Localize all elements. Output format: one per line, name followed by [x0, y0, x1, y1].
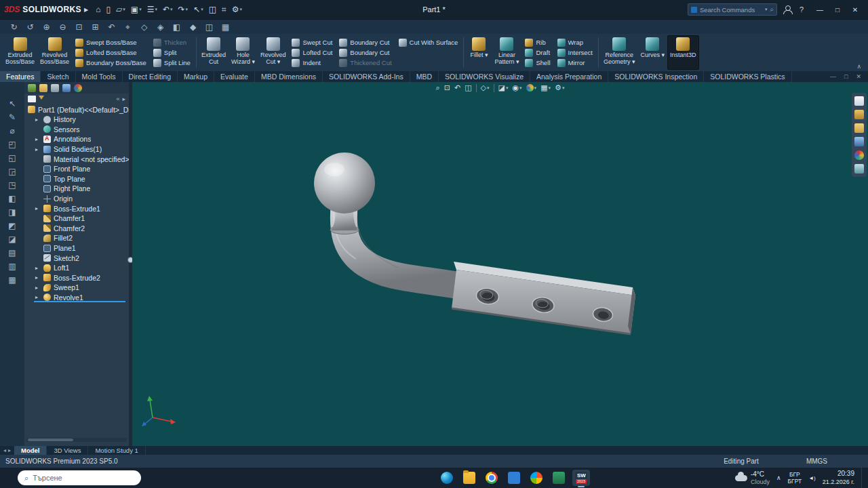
tree-filter-field[interactable]	[28, 96, 36, 102]
sketch-tool-icon[interactable]: ✎	[9, 113, 16, 121]
view-tab[interactable]: Model	[14, 446, 47, 455]
tree-item[interactable]: ▸ Sensors	[24, 125, 129, 135]
tree-item[interactable]: ▸ Sketch2	[24, 253, 129, 263]
mirror-button[interactable]: Mirror	[555, 58, 595, 68]
view-orientation-icon[interactable]: ◇▾	[481, 83, 490, 92]
command-tab[interactable]: MBD Dimensions	[255, 71, 323, 82]
edge-display-tool-icon[interactable]: ◩	[8, 222, 16, 230]
solidworks-app-icon[interactable]: SW2023	[572, 470, 590, 486]
curves-button[interactable]: Curves ▾	[638, 35, 668, 70]
zoom-in-icon[interactable]: ⊕	[39, 21, 54, 33]
section-view-icon[interactable]: ◫▾	[465, 83, 471, 92]
edit-appearance-icon[interactable]: ▾	[526, 84, 537, 92]
unit-system[interactable]: MMGS	[806, 458, 827, 465]
tree-item[interactable]: ▸ Loft1	[24, 263, 129, 273]
command-tab[interactable]: Direct Editing	[123, 71, 178, 82]
command-tab[interactable]: SOLIDWORKS Inspection	[608, 71, 704, 82]
scene-tool-icon[interactable]: ▦	[8, 276, 16, 284]
view-tab[interactable]: 3D Views	[47, 446, 88, 455]
custom-properties-icon[interactable]	[854, 164, 864, 174]
zoom-out-icon[interactable]: ⊖	[56, 21, 70, 33]
save-icon[interactable]: ▣▾	[129, 3, 144, 16]
hidden-icons-icon[interactable]: ∧	[776, 474, 781, 481]
photos-icon[interactable]	[528, 470, 545, 486]
command-tab[interactable]: Mold Tools	[76, 71, 123, 82]
tree-item[interactable]: ▸ Right Plane	[24, 184, 129, 194]
previous-view-icon[interactable]: ↶▾	[454, 83, 460, 92]
display-tool-icon[interactable]: ◧	[8, 195, 16, 203]
tree-item[interactable]: ▸ Chamfer2	[24, 224, 129, 234]
shading-tool-icon[interactable]: ◨	[8, 208, 16, 216]
swept-boss-button[interactable]: Swept Boss/Base	[73, 37, 149, 47]
intersect-button[interactable]: Intersect	[555, 47, 595, 58]
revolved-cut-button[interactable]: RevolvedCut ▾	[258, 35, 289, 70]
section-tool-icon[interactable]: ◳	[8, 181, 16, 189]
split-line-button[interactable]: Split Line	[151, 58, 193, 68]
linear-pattern-button[interactable]: LinearPattern ▾	[492, 35, 521, 70]
instant3d-button[interactable]: Instant3D	[667, 35, 699, 70]
wireframe-icon[interactable]: ◇	[137, 21, 151, 33]
previ­ous-view-icon[interactable]: ↶	[104, 21, 119, 33]
doc-close-icon[interactable]: ✕	[856, 73, 861, 80]
plane-tool-icon[interactable]: ◰	[8, 140, 16, 148]
expand-caret-icon[interactable]: ▸	[35, 146, 41, 152]
texture-tool-icon[interactable]: ▥	[8, 262, 16, 270]
command-search[interactable]: Search Commands ▾ ⌕	[688, 3, 777, 16]
file-properties-icon[interactable]: ⌗▾	[220, 3, 229, 16]
swept-cut-button[interactable]: Swept Cut	[290, 37, 334, 47]
help-icon[interactable]: ?	[797, 5, 806, 14]
rib-button[interactable]: Rib	[523, 37, 552, 47]
shaded-icon[interactable]: ◆	[186, 21, 200, 33]
search-scope-caret-icon[interactable]: ▾	[765, 7, 768, 12]
draft-button[interactable]: Draft	[523, 47, 552, 58]
fillet-button[interactable]: Fillet ▾	[466, 35, 492, 70]
hole-wizard-button[interactable]: HoleWizard ▾	[229, 35, 258, 70]
apply-scene-icon[interactable]: ▦	[218, 21, 233, 33]
store-icon[interactable]	[505, 470, 523, 486]
boundary-boss-button[interactable]: Boundary Boss/Base	[73, 58, 149, 68]
revolved-boss-button[interactable]: RevolvedBoss/Base	[37, 35, 72, 70]
dimxpertmanager-tab-icon[interactable]	[62, 84, 71, 92]
command-tab[interactable]: MBD	[410, 71, 439, 82]
shaded-with-edges-icon[interactable]: ◧	[170, 21, 184, 33]
roll-view-icon[interactable]: ↺	[23, 21, 37, 33]
wrap-button[interactable]: Wrap	[555, 37, 595, 47]
solid-tool-icon[interactable]: ◲	[8, 167, 16, 176]
extruded-cut-button[interactable]: ExtrudedCut	[199, 35, 229, 70]
doc-restore-icon[interactable]: □	[844, 73, 848, 80]
tree-item[interactable]: ▸ Material <not specified>	[24, 154, 129, 164]
rotate-view-icon[interactable]: ↻	[7, 21, 21, 33]
expand-caret-icon[interactable]: ▸	[35, 294, 41, 300]
print-icon[interactable]: ☰▾	[145, 3, 159, 16]
close-button[interactable]: ✕	[846, 3, 864, 16]
command-tab[interactable]: SOLIDWORKS Visualize	[439, 71, 530, 82]
extruded-boss-button[interactable]: ExtrudedBoss/Base	[3, 35, 37, 70]
edge-icon[interactable]	[438, 470, 456, 486]
expand-caret-icon[interactable]: ▸	[35, 117, 41, 123]
view-palette-icon[interactable]	[854, 137, 864, 146]
expand-caret-icon[interactable]: ▸	[35, 285, 41, 291]
command-tab[interactable]: SOLIDWORKS Plastics	[704, 71, 791, 82]
display-style-icon[interactable]: ◪▾	[498, 83, 509, 92]
configurationmanager-tab-icon[interactable]	[51, 84, 59, 92]
section-view-icon[interactable]: ◫	[202, 21, 216, 33]
clock[interactable]: 20:39 21.2.2026 г.	[823, 470, 854, 486]
minimize-button[interactable]: —	[811, 3, 829, 16]
command-tab[interactable]: Features	[0, 71, 41, 82]
expand-caret-icon[interactable]: ▸	[35, 274, 41, 281]
ribbon-collapse-icon[interactable]: ∧	[856, 63, 861, 70]
cut-with-surface-button[interactable]: Cut With Surface	[397, 37, 460, 47]
file-explorer-icon[interactable]	[460, 470, 478, 486]
lofted-cut-button[interactable]: Lofted Cut	[290, 47, 334, 58]
surface-tool-icon[interactable]: ◱	[8, 154, 16, 162]
weather-widget[interactable]: -4°C Cloudy	[735, 470, 770, 485]
expand-caret-icon[interactable]: ▸	[35, 265, 41, 271]
tree-item[interactable]: ▸ Front Plane	[24, 164, 129, 174]
tree-item[interactable]: ▸ History	[24, 115, 129, 125]
design-library-icon[interactable]	[854, 110, 864, 119]
expand-panel-icon[interactable]: ▸	[122, 96, 125, 102]
command-tab[interactable]: Evaluate	[214, 71, 255, 82]
home-icon[interactable]: ⌂▾	[94, 3, 102, 16]
tree-item[interactable]: ▸ Origin	[24, 194, 129, 204]
collapse-panel-icon[interactable]: «	[116, 96, 119, 102]
